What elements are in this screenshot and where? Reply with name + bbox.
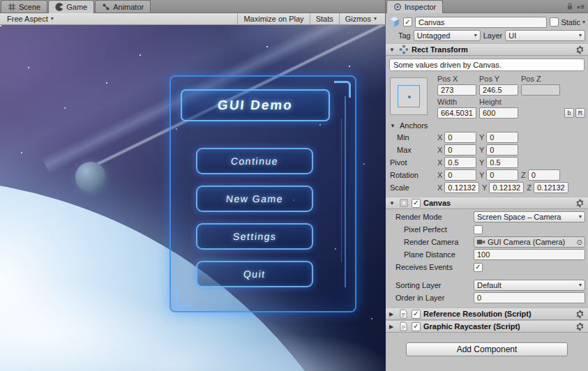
height-label: Height	[479, 97, 518, 106]
pivot-y-field[interactable]: 0.5	[486, 157, 518, 168]
graphic-raycaster-checkbox[interactable]: ✓	[412, 322, 421, 331]
pixel-perfect-row: Pixel Perfect	[386, 223, 588, 236]
render-mode-dropdown[interactable]: Screen Space – Camera ▾	[474, 211, 585, 222]
reference-resolution-checkbox[interactable]: ✓	[412, 310, 421, 319]
active-checkbox[interactable]: ✓	[403, 17, 412, 26]
tag-dropdown[interactable]: Untagged ▾	[414, 30, 481, 41]
canvas-enabled-checkbox[interactable]: ✓	[412, 199, 421, 208]
aspect-dropdown[interactable]: Free Aspect ▾	[3, 14, 58, 24]
continue-button[interactable]: Continue	[196, 148, 313, 174]
rotation-x-value: 0	[448, 171, 452, 179]
rotation-y-field[interactable]: 0	[486, 169, 518, 181]
context-menu-icon[interactable]: ▾≡	[577, 3, 585, 10]
tab-inspector[interactable]: Inspector	[386, 0, 443, 13]
left-tabstrip: Scene Game Animator	[0, 0, 385, 13]
rect-transform-header[interactable]: ▼ Rect Transform	[386, 43, 588, 56]
inspector-tabstrip: Inspector ▾≡	[386, 0, 588, 13]
height-value: 600	[483, 109, 495, 117]
z-axis-label: Z	[527, 183, 532, 192]
foldout-open-icon: ▼	[390, 123, 397, 129]
inspector-header: ✓ Canvas Static ▾ Tag Untagged ▾ Layer	[386, 13, 588, 43]
pivot-y-value: 0.5	[490, 158, 500, 167]
tab-game[interactable]: Game	[48, 0, 94, 13]
game-view: GUI Demo Continue New Game Settings Quit	[0, 25, 386, 371]
plane-distance-field[interactable]: 100	[474, 249, 585, 260]
blueprint-mode-button[interactable]: b	[564, 108, 574, 118]
scale-x-field[interactable]: 0.12132	[444, 182, 479, 193]
gear-icon[interactable]	[575, 45, 585, 54]
scale-z-field[interactable]: 0.12132	[534, 182, 568, 193]
foldout-open-icon[interactable]: ▼	[389, 200, 396, 206]
y-axis-label: Y	[479, 158, 484, 167]
chevron-down-icon: ▾	[474, 33, 477, 38]
anchor-max-y-field[interactable]: 0	[486, 144, 518, 156]
static-dropdown-icon[interactable]: ▾	[582, 20, 585, 25]
chevron-down-icon: ▾	[579, 33, 582, 38]
rect-preview[interactable]	[390, 77, 428, 115]
width-field[interactable]: 664.5031	[437, 107, 476, 119]
tab-animator[interactable]: Animator	[95, 0, 151, 13]
gear-icon[interactable]	[575, 310, 585, 319]
stats-button[interactable]: Stats	[310, 13, 339, 25]
raw-edit-button[interactable]: R	[575, 108, 585, 118]
menu-title-label: GUI Demo	[217, 98, 294, 113]
pos-x-field[interactable]: 273	[437, 84, 476, 96]
panel-corner-bracket	[175, 290, 192, 307]
tag-label: Tag	[398, 31, 411, 40]
anchors-foldout[interactable]: ▼ Anchors	[390, 120, 588, 131]
scale-row: Scale X0.12132 Y0.12132 Z0.12132	[390, 181, 585, 194]
height-field[interactable]: 600	[479, 107, 518, 119]
pixel-perfect-checkbox[interactable]	[474, 225, 483, 234]
receives-events-checkbox[interactable]: ✓	[474, 263, 483, 272]
pos-z-field	[521, 84, 560, 96]
anchor-min-y-field[interactable]: 0	[486, 132, 518, 143]
pivot-x-field[interactable]: 0.5	[444, 157, 476, 168]
static-checkbox[interactable]	[550, 17, 559, 26]
rotation-label: Rotation	[390, 171, 435, 179]
add-component-button[interactable]: Add Component	[406, 342, 568, 356]
sorting-layer-dropdown[interactable]: Default ▾	[474, 280, 585, 291]
name-field[interactable]: Canvas	[415, 17, 547, 28]
canvas-component-header[interactable]: ▼ ✓ Canvas	[386, 197, 588, 209]
foldout-open-icon[interactable]: ▼	[389, 47, 396, 53]
driven-note-text: Some values driven by Canvas.	[393, 61, 502, 69]
render-camera-object-field[interactable]: GUI Camera (Camera) ⊙	[474, 236, 585, 248]
object-picker-icon[interactable]: ⊙	[577, 238, 582, 246]
layer-dropdown[interactable]: UI ▾	[505, 30, 585, 41]
foldout-closed-icon[interactable]: ▶	[389, 311, 396, 317]
new-game-label: New Game	[225, 193, 284, 204]
new-game-button[interactable]: New Game	[196, 186, 313, 212]
gear-icon[interactable]	[575, 322, 585, 331]
graphic-raycaster-header[interactable]: ▶ ✓ Graphic Raycaster (Script)	[386, 320, 588, 333]
name-field-value: Canvas	[419, 18, 444, 26]
panel-decor-line	[345, 96, 346, 287]
sorting-layer-value: Default	[477, 281, 502, 289]
pos-y-label: Pos Y	[479, 74, 518, 83]
panel-decor-line	[341, 119, 342, 262]
reference-resolution-header[interactable]: ▶ ✓ Reference Resolution (Script)	[386, 308, 588, 320]
gear-icon[interactable]	[575, 199, 585, 208]
rect-preview-pivot	[408, 96, 411, 98]
maximize-on-play-button[interactable]: Maximize on Play	[237, 13, 309, 25]
anchor-max-x-field[interactable]: 0	[444, 144, 476, 156]
order-in-layer-value: 0	[477, 294, 481, 302]
quit-button[interactable]: Quit	[196, 261, 313, 287]
camera-icon	[476, 238, 485, 245]
lock-icon[interactable]	[566, 2, 573, 10]
pos-y-field[interactable]: 246.5	[479, 84, 518, 96]
settings-button[interactable]: Settings	[196, 223, 313, 250]
inspector-strip-controls: ▾≡	[566, 2, 585, 10]
pivot-row: Pivot X0.5 Y0.5	[390, 156, 585, 169]
rotation-x-field[interactable]: 0	[444, 169, 476, 181]
tab-scene[interactable]: Scene	[1, 0, 47, 13]
gizmos-dropdown[interactable]: Gizmos ▾	[339, 13, 382, 25]
plane-distance-value: 100	[477, 250, 490, 259]
order-in-layer-field[interactable]: 0	[474, 292, 585, 303]
max-label: Max	[390, 146, 435, 154]
anchor-min-x-field[interactable]: 0	[444, 132, 476, 143]
tag-value: Untagged	[417, 31, 451, 40]
scale-y-field[interactable]: 0.12132	[489, 182, 524, 193]
rotation-z-field[interactable]: 0	[528, 169, 560, 181]
sorting-layer-label: Sorting Layer	[395, 281, 474, 289]
foldout-closed-icon[interactable]: ▶	[389, 324, 396, 330]
